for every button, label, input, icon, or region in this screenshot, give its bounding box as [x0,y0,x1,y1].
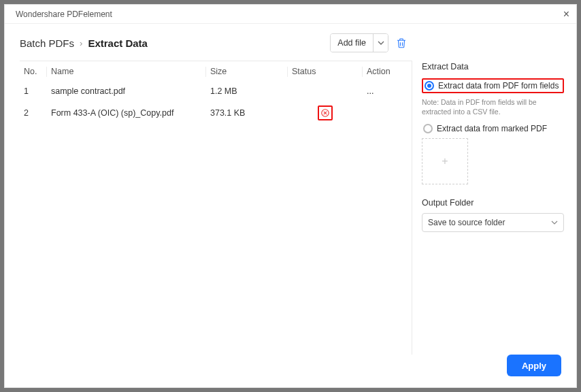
error-icon [320,108,330,118]
close-icon[interactable]: × [563,9,569,20]
delete-all-button[interactable] [395,37,408,49]
top-row: Batch PDFs › Extract Data Add file [20,33,564,52]
top-actions: Add file [330,33,408,52]
plus-icon: + [442,155,448,167]
cell-name: sample contract.pdf [47,82,206,101]
option-extract-form-fields[interactable]: Extract data from PDF form fields [422,78,564,93]
content: Batch PDFs › Extract Data Add file [5,24,576,387]
table-row[interactable]: 2 Form 433-A (OIC) (sp)_Copy.pdf 373.1 K… [20,101,412,125]
option-note: Note: Data in PDF from fields will be ex… [422,97,564,116]
cell-action[interactable]: ... [363,82,412,101]
status-error[interactable] [318,105,333,120]
output-folder-title: Output Folder [422,198,564,208]
add-file-button-group: Add file [330,33,388,52]
cell-no: 2 [20,101,47,125]
file-panel: No. Name Size Status Action 1 sample con… [20,61,412,355]
option-label: Extract data from marked PDF [437,124,547,133]
col-name: Name [47,61,206,82]
chevron-down-icon [378,39,384,46]
side-panel: Extract Data Extract data from PDF form … [412,61,564,355]
chevron-down-icon [551,219,558,226]
col-no: No. [20,61,47,82]
titlebar: Wondershare PDFelement × [5,5,576,24]
apply-button[interactable]: Apply [507,355,561,376]
col-action: Action [363,61,412,82]
add-file-button[interactable]: Add file [331,34,373,52]
select-value: Save to source folder [428,218,505,227]
radio-icon [425,81,434,91]
cell-action [363,101,412,125]
cell-size: 373.1 KB [206,101,288,125]
footer: Apply [20,355,564,379]
col-size: Size [206,61,288,82]
table-row[interactable]: 1 sample contract.pdf 1.2 MB ... [20,82,412,101]
file-table: No. Name Size Status Action 1 sample con… [20,61,412,125]
cell-size: 1.2 MB [206,82,288,101]
output-folder-select[interactable]: Save to source folder [422,213,564,232]
window: { "title": "Wondershare PDFelement", "br… [5,5,576,387]
cell-status [288,82,363,101]
radio-icon [423,124,433,133]
option-extract-marked[interactable]: Extract data from marked PDF [422,122,564,135]
breadcrumb-current: Extract Data [88,37,148,49]
side-title: Extract Data [422,62,564,71]
col-status: Status [288,61,363,82]
cell-name: Form 433-A (OIC) (sp)_Copy.pdf [47,101,206,125]
main-split: No. Name Size Status Action 1 sample con… [20,61,564,355]
header-row: No. Name Size Status Action [20,61,412,82]
breadcrumb-root[interactable]: Batch PDFs [20,37,74,49]
breadcrumb: Batch PDFs › Extract Data [20,37,148,49]
add-area-dropzone[interactable]: + [422,138,468,184]
app-title: Wondershare PDFelement [16,10,112,19]
option-label: Extract data from PDF form fields [438,81,559,91]
trash-icon [395,37,408,49]
add-file-dropdown[interactable] [373,34,388,52]
chevron-right-icon: › [80,38,82,48]
cell-no: 1 [20,82,47,101]
cell-status [288,101,363,125]
